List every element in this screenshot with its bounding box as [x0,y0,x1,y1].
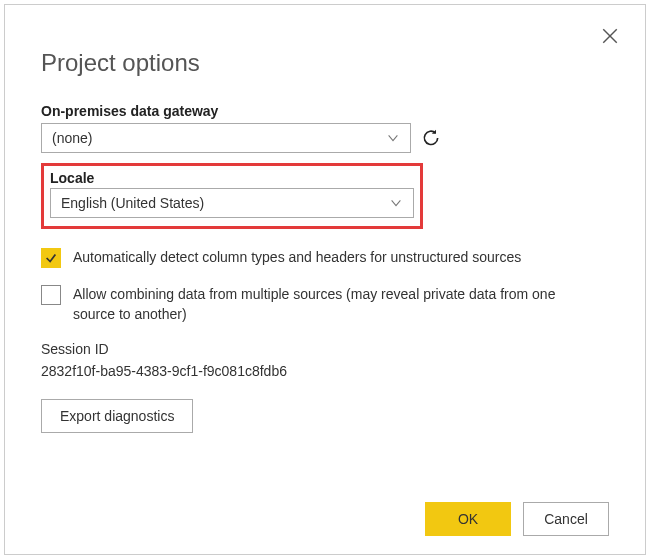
ok-button[interactable]: OK [425,502,511,536]
gateway-value: (none) [52,130,92,146]
dialog-footer: OK Cancel [425,502,609,536]
cancel-button[interactable]: Cancel [523,502,609,536]
chevron-down-icon [389,196,403,210]
gateway-label: On-premises data gateway [41,103,609,119]
auto-detect-checkbox[interactable] [41,248,61,268]
allow-combine-label: Allow combining data from multiple sourc… [73,284,593,325]
chevron-down-icon [386,131,400,145]
session-id-value: 2832f10f-ba95-4383-9cf1-f9c081c8fdb6 [41,363,609,379]
refresh-icon[interactable] [421,128,441,148]
locale-dropdown[interactable]: English (United States) [50,188,414,218]
project-options-dialog: Project options On-premises data gateway… [4,4,646,555]
session-id-label: Session ID [41,341,609,357]
auto-detect-label: Automatically detect column types and he… [73,247,521,267]
export-diagnostics-button[interactable]: Export diagnostics [41,399,193,433]
locale-value: English (United States) [61,195,204,211]
locale-label: Locale [50,170,414,186]
gateway-dropdown[interactable]: (none) [41,123,411,153]
locale-highlight: Locale English (United States) [41,163,423,229]
dialog-title: Project options [41,49,609,77]
allow-combine-checkbox[interactable] [41,285,61,305]
close-icon[interactable] [601,27,619,45]
